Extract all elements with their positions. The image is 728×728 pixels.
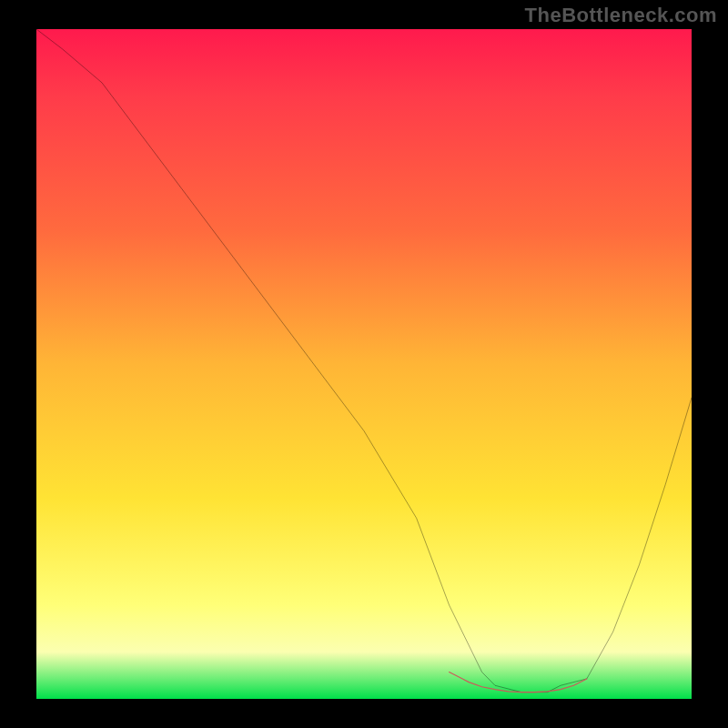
chart-svg <box>36 29 692 699</box>
plot-area <box>36 29 692 699</box>
optimal-range-path <box>450 672 587 693</box>
bottleneck-curve-path <box>36 29 692 693</box>
chart-frame: TheBottleneck.com <box>0 0 728 728</box>
watermark-text: TheBottleneck.com <box>525 4 717 27</box>
